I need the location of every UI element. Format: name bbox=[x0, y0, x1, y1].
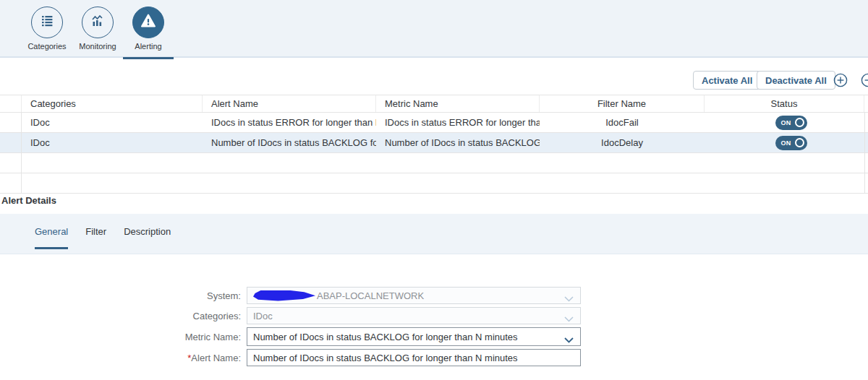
cell-categories: IDoc bbox=[22, 133, 203, 152]
cell-alert-name: Number of IDocs in status BACKLOG for... bbox=[203, 133, 376, 152]
toolbar-item-label: Monitoring bbox=[79, 42, 116, 51]
column-header-status[interactable]: Status bbox=[705, 95, 864, 112]
row-selector-cell[interactable] bbox=[0, 113, 22, 132]
tab-general[interactable]: General bbox=[35, 214, 68, 249]
redaction-blob bbox=[253, 290, 315, 301]
cell-filter-name: IdocFail bbox=[540, 113, 705, 132]
empty-cell bbox=[203, 153, 376, 173]
activate-all-button[interactable]: Activate All bbox=[693, 71, 761, 90]
form-row-system: System: ABAP-LOCALNETWORK bbox=[0, 287, 868, 304]
table-row-empty bbox=[0, 153, 868, 173]
empty-cell bbox=[705, 173, 864, 193]
categories-value: IDoc bbox=[253, 311, 273, 321]
alert-name-label-text: Alert Name: bbox=[191, 353, 241, 363]
row-selector-cell[interactable] bbox=[0, 133, 22, 152]
table-row[interactable]: IDoc Number of IDocs in status BACKLOG f… bbox=[0, 133, 868, 153]
empty-cell bbox=[705, 153, 864, 173]
categories-select[interactable]: IDoc bbox=[247, 307, 581, 324]
empty-cell bbox=[22, 153, 203, 173]
column-header-extra bbox=[864, 95, 868, 112]
cell-status: ON bbox=[705, 113, 864, 132]
empty-cell bbox=[864, 173, 868, 193]
cell-extra bbox=[864, 133, 868, 152]
empty-cell bbox=[22, 173, 203, 193]
toolbar-item-monitoring[interactable]: Monitoring bbox=[72, 0, 123, 58]
row-selector-cell bbox=[0, 173, 22, 193]
table-action-bar: Activate All Deactivate All bbox=[0, 71, 868, 91]
status-toggle[interactable]: ON bbox=[775, 136, 807, 150]
system-value: ABAP-LOCALNETWORK bbox=[317, 290, 424, 301]
metric-name-value: Number of IDocs in status BACKLOG for lo… bbox=[253, 332, 518, 342]
monitoring-circle bbox=[82, 7, 114, 38]
toggle-on-label: ON bbox=[781, 119, 791, 126]
toolbar-item-label: Categories bbox=[27, 42, 66, 51]
empty-cell bbox=[540, 173, 705, 193]
alert-icon bbox=[140, 12, 157, 33]
details-tabs: General Filter Description bbox=[35, 214, 171, 254]
toggle-on-label: ON bbox=[781, 139, 791, 147]
column-header-filter-name[interactable]: Filter Name bbox=[540, 95, 705, 112]
cell-status: ON bbox=[705, 133, 864, 152]
alert-name-label: *Alert Name: bbox=[0, 353, 241, 363]
cell-metric-name: Number of IDocs in status BACKLOG for... bbox=[376, 133, 540, 152]
chevron-down-icon bbox=[564, 314, 574, 324]
cell-extra bbox=[864, 113, 868, 132]
cell-categories: IDoc bbox=[22, 113, 203, 132]
top-toolbar: Categories Monitoring bbox=[0, 0, 868, 58]
deactivate-all-button[interactable]: Deactivate All bbox=[757, 71, 835, 90]
toolbar-item-alerting[interactable]: Alerting bbox=[123, 0, 174, 58]
empty-cell bbox=[203, 173, 376, 193]
cell-filter-name: IdocDelay bbox=[540, 133, 705, 152]
remove-icon[interactable] bbox=[861, 73, 868, 87]
form-row-metric-name: Metric Name: Number of IDocs in status B… bbox=[0, 327, 868, 346]
column-header-alert-name[interactable]: Alert Name bbox=[203, 95, 376, 112]
form-row-alert-name: *Alert Name: bbox=[0, 349, 868, 366]
toolbar-item-label: Alerting bbox=[135, 42, 161, 51]
app-window: Categories Monitoring bbox=[0, 0, 868, 380]
row-selector-cell bbox=[0, 153, 22, 173]
toggle-knob bbox=[795, 118, 804, 127]
general-form: System: ABAP-LOCALNETWORK Categories: ID… bbox=[0, 287, 868, 369]
system-select[interactable]: ABAP-LOCALNETWORK bbox=[247, 287, 581, 304]
form-row-categories: Categories: IDoc bbox=[0, 307, 868, 324]
metric-name-select[interactable]: Number of IDocs in status BACKLOG for lo… bbox=[247, 327, 581, 346]
metric-name-label: Metric Name: bbox=[0, 332, 241, 342]
column-header-metric-name[interactable]: Metric Name bbox=[376, 95, 540, 112]
alert-details-title: Alert Details bbox=[1, 195, 56, 206]
tab-description[interactable]: Description bbox=[124, 214, 171, 249]
selector-column-header bbox=[0, 95, 22, 112]
categories-circle bbox=[31, 7, 63, 38]
cell-metric-name: IDocs in status ERROR for longer than N.… bbox=[376, 113, 540, 132]
empty-cell bbox=[540, 153, 705, 173]
status-toggle[interactable]: ON bbox=[775, 116, 807, 130]
empty-cell bbox=[864, 153, 868, 173]
table-row[interactable]: IDoc IDocs in status ERROR for longer th… bbox=[0, 113, 868, 133]
empty-cell bbox=[376, 153, 540, 173]
details-tabs-panel: General Filter Description bbox=[0, 214, 868, 254]
tab-filter[interactable]: Filter bbox=[85, 214, 106, 249]
chart-icon bbox=[90, 13, 106, 32]
alerting-circle bbox=[132, 7, 164, 38]
empty-cell bbox=[376, 173, 540, 193]
toolbar-item-categories[interactable]: Categories bbox=[22, 0, 72, 58]
table-row-empty bbox=[0, 173, 868, 194]
column-header-categories[interactable]: Categories bbox=[22, 95, 203, 112]
selected-tab-underline bbox=[123, 57, 174, 59]
alerts-table: Categories Alert Name Metric Name Filter… bbox=[0, 95, 868, 194]
toggle-knob bbox=[795, 138, 804, 147]
add-icon[interactable] bbox=[833, 73, 848, 87]
chevron-down-icon bbox=[564, 334, 574, 345]
system-label: System: bbox=[0, 290, 241, 301]
list-icon bbox=[39, 13, 55, 32]
alert-name-input[interactable] bbox=[247, 349, 581, 366]
chevron-down-icon bbox=[564, 293, 574, 304]
table-header-row: Categories Alert Name Metric Name Filter… bbox=[0, 95, 868, 113]
cell-alert-name: IDocs in status ERROR for longer than N.… bbox=[203, 113, 376, 132]
categories-label: Categories: bbox=[0, 311, 241, 321]
